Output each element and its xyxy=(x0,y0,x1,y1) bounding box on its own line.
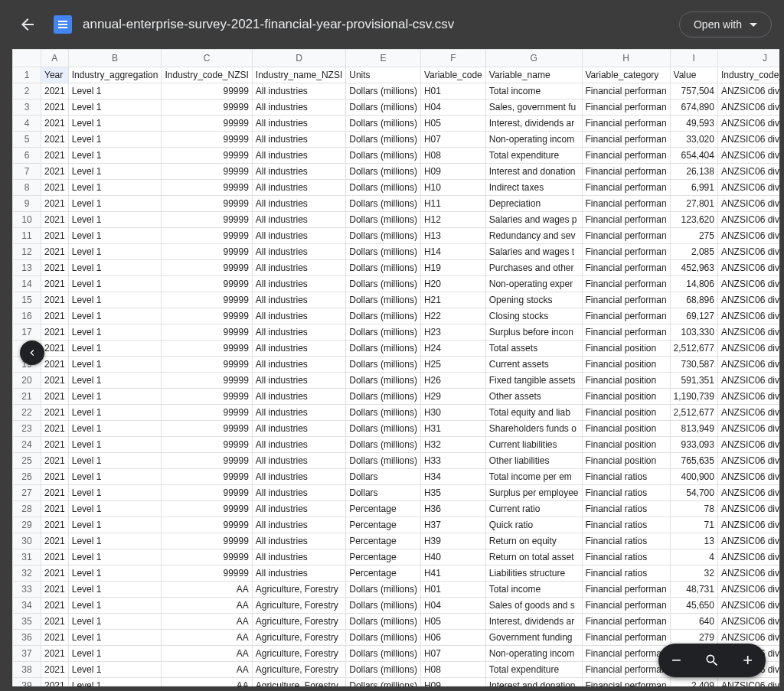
cell[interactable]: H35 xyxy=(420,485,485,501)
row-header[interactable]: 9 xyxy=(13,196,41,212)
cell[interactable]: All industries xyxy=(252,83,345,99)
cell[interactable]: Return on total asset xyxy=(485,549,582,566)
cell[interactable]: Industry_aggregation xyxy=(68,67,162,83)
row-header[interactable]: 4 xyxy=(13,116,41,132)
cell[interactable]: Current liabilities xyxy=(485,437,582,453)
row-header[interactable]: 23 xyxy=(13,421,41,437)
cell[interactable]: H31 xyxy=(420,421,485,437)
cell[interactable]: Dollars (millions) xyxy=(346,614,421,630)
cell[interactable]: Salaries and wages t xyxy=(485,244,582,260)
cell[interactable]: AA xyxy=(162,598,252,614)
cell[interactable]: Industry_code_NZSI xyxy=(162,67,252,83)
cell[interactable]: Dollars (millions) xyxy=(346,148,421,164)
cell[interactable]: Level 1 xyxy=(68,324,162,341)
cell[interactable]: All industries xyxy=(252,389,345,405)
cell[interactable]: Financial performan xyxy=(582,276,670,292)
cell[interactable]: Level 1 xyxy=(68,453,162,469)
cell[interactable]: Percentage xyxy=(346,517,421,533)
cell[interactable]: All industries xyxy=(252,260,345,276)
cell[interactable]: Financial performan xyxy=(582,212,670,228)
cell[interactable]: 2021 xyxy=(41,485,69,501)
cell[interactable]: 99999 xyxy=(162,244,252,260)
cell[interactable]: ANZSIC06 divisions . xyxy=(717,421,779,437)
cell[interactable]: Non-operating incom xyxy=(485,132,582,148)
cell[interactable]: All industries xyxy=(252,469,345,485)
cell[interactable]: 99999 xyxy=(162,308,252,324)
cell[interactable]: H37 xyxy=(420,517,485,533)
cell[interactable]: Dollars (millions) xyxy=(346,308,421,324)
cell[interactable]: H09 xyxy=(420,678,485,687)
cell[interactable]: Level 1 xyxy=(68,389,162,405)
cell[interactable]: Dollars (millions) xyxy=(346,228,421,244)
cell[interactable]: Level 1 xyxy=(68,373,162,389)
cell[interactable]: Dollars (millions) xyxy=(346,324,421,341)
cell[interactable]: All industries xyxy=(252,453,345,469)
cell[interactable]: ANZSIC06 divisions . xyxy=(717,164,779,180)
cell[interactable]: 27,801 xyxy=(670,196,717,212)
cell[interactable]: H10 xyxy=(420,180,485,196)
collapse-sidebar-button[interactable] xyxy=(20,341,44,365)
cell[interactable]: Level 1 xyxy=(68,437,162,453)
cell[interactable]: Total income per em xyxy=(485,469,582,485)
row-header[interactable]: 30 xyxy=(13,533,41,549)
cell[interactable]: Quick ratio xyxy=(485,517,582,533)
cell[interactable]: H26 xyxy=(420,373,485,389)
cell[interactable]: Return on equity xyxy=(485,533,582,549)
cell[interactable]: Financial ratios xyxy=(582,485,670,501)
cell[interactable]: ANZSIC06 divisions . xyxy=(717,260,779,276)
cell[interactable]: 2021 xyxy=(41,260,69,276)
cell[interactable]: 2021 xyxy=(41,678,69,687)
cell[interactable]: 2,085 xyxy=(670,244,717,260)
cell[interactable]: 2021 xyxy=(41,517,69,533)
cell[interactable]: 640 xyxy=(670,614,717,630)
cell[interactable]: Agriculture, Forestry xyxy=(252,582,345,598)
cell[interactable]: Dollars (millions) xyxy=(346,292,421,308)
row-header[interactable]: 8 xyxy=(13,180,41,196)
cell[interactable]: H12 xyxy=(420,212,485,228)
cell[interactable]: Level 1 xyxy=(68,132,162,148)
cell[interactable]: ANZSIC06 divisions . xyxy=(717,533,779,549)
cell[interactable]: Dollars (millions) xyxy=(346,244,421,260)
cell[interactable]: Government funding xyxy=(485,630,582,646)
row-header[interactable]: 27 xyxy=(13,485,41,501)
cell[interactable]: 2021 xyxy=(41,389,69,405)
cell[interactable]: Level 1 xyxy=(68,164,162,180)
cell[interactable]: Sales of goods and s xyxy=(485,598,582,614)
cell[interactable]: ANZSIC06 divisions . xyxy=(717,341,779,357)
cell[interactable]: 99999 xyxy=(162,341,252,357)
row-header[interactable]: 35 xyxy=(13,614,41,630)
cell[interactable]: 78 xyxy=(670,501,717,517)
cell[interactable]: Percentage xyxy=(346,501,421,517)
row-header[interactable]: 10 xyxy=(13,212,41,228)
cell[interactable]: ANZSIC06 division A xyxy=(717,582,779,598)
cell[interactable]: 68,896 xyxy=(670,292,717,308)
cell[interactable]: 99999 xyxy=(162,180,252,196)
cell[interactable]: Opening stocks xyxy=(485,292,582,308)
cell[interactable]: 2021 xyxy=(41,212,69,228)
cell[interactable]: 99999 xyxy=(162,212,252,228)
cell[interactable]: 765,635 xyxy=(670,453,717,469)
cell[interactable]: ANZSIC06 divisions . xyxy=(717,228,779,244)
cell[interactable]: All industries xyxy=(252,533,345,549)
column-header[interactable]: H xyxy=(582,50,670,67)
cell[interactable]: Financial performan xyxy=(582,244,670,260)
cell[interactable]: Current ratio xyxy=(485,501,582,517)
cell[interactable]: 933,093 xyxy=(670,437,717,453)
cell[interactable]: H08 xyxy=(420,148,485,164)
cell[interactable]: Level 1 xyxy=(68,582,162,598)
cell[interactable]: Industry_code_ANZS xyxy=(717,67,779,83)
cell[interactable]: 2021 xyxy=(41,646,69,662)
row-header[interactable]: 31 xyxy=(13,549,41,566)
cell[interactable]: 2021 xyxy=(41,582,69,598)
column-header[interactable]: D xyxy=(252,50,345,67)
cell[interactable]: Non-operating exper xyxy=(485,276,582,292)
row-header[interactable]: 36 xyxy=(13,630,41,646)
cell[interactable]: All industries xyxy=(252,212,345,228)
cell[interactable]: H24 xyxy=(420,341,485,357)
cell[interactable]: H05 xyxy=(420,116,485,132)
cell[interactable]: Dollars (millions) xyxy=(346,373,421,389)
cell[interactable]: 99999 xyxy=(162,373,252,389)
row-header[interactable]: 5 xyxy=(13,132,41,148)
cell[interactable]: ANZSIC06 division A xyxy=(717,614,779,630)
cell[interactable]: 99999 xyxy=(162,83,252,99)
